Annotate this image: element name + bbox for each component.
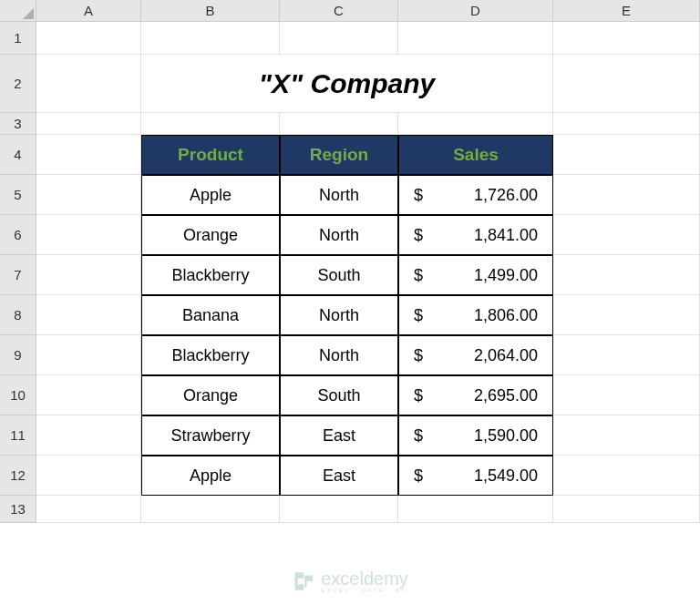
cell-e6[interactable] [553,215,700,255]
cell-product-3[interactable]: Banana [141,295,280,335]
watermark-text: exceldemy EXCEL · DATA · BI [321,569,408,593]
cell-c3[interactable] [280,113,398,135]
cell-e2[interactable] [553,55,700,113]
cell-e7[interactable] [553,255,700,295]
cell-region-6[interactable]: East [280,415,398,456]
cell-product-0[interactable]: Apple [141,175,280,215]
cell-d13[interactable] [398,496,553,523]
cell-region-3[interactable]: North [280,295,398,335]
cell-e10[interactable] [553,375,700,415]
cell-c13[interactable] [280,496,398,523]
watermark-main: exceldemy [321,569,408,588]
cell-b3[interactable] [141,113,280,135]
row-header-4[interactable]: 4 [0,135,36,175]
cell-sales-2[interactable]: $1,499.00 [398,255,553,295]
currency-symbol: $ [410,186,423,205]
cell-a4[interactable] [36,135,141,175]
cell-a1[interactable] [36,22,141,55]
spreadsheet-grid: A B C D E 1 2 "X" Company 3 4 Product Re… [0,0,700,523]
cell-a5[interactable] [36,175,141,215]
cell-a11[interactable] [36,415,141,456]
col-header-c[interactable]: C [280,0,398,22]
cell-d3[interactable] [398,113,553,135]
cell-product-1[interactable]: Orange [141,215,280,255]
sales-value: 1,726.00 [474,186,541,205]
sales-value: 2,695.00 [474,386,541,405]
cell-b1[interactable] [141,22,280,55]
cell-product-2[interactable]: Blackberry [141,255,280,295]
cell-region-2[interactable]: South [280,255,398,295]
currency-symbol: $ [410,426,423,446]
title-cell[interactable]: "X" Company [141,55,553,113]
cell-region-5[interactable]: South [280,375,398,415]
cell-b13[interactable] [141,496,280,523]
cell-sales-5[interactable]: $2,695.00 [398,375,553,415]
currency-symbol: $ [410,306,423,325]
row-header-6[interactable]: 6 [0,215,36,255]
sales-value: 1,806.00 [474,306,541,325]
row-header-8[interactable]: 8 [0,295,36,335]
cell-region-4[interactable]: North [280,335,398,375]
cell-e1[interactable] [553,22,700,55]
cell-a3[interactable] [36,113,141,135]
currency-symbol: $ [410,466,423,486]
cell-a13[interactable] [36,496,141,523]
col-header-a[interactable]: A [36,0,141,22]
cell-e8[interactable] [553,295,700,335]
cell-a10[interactable] [36,375,141,415]
cell-e11[interactable] [553,415,700,456]
header-product[interactable]: Product [141,135,280,175]
cell-product-5[interactable]: Orange [141,375,280,415]
row-header-9[interactable]: 9 [0,335,36,375]
cell-sales-4[interactable]: $2,064.00 [398,335,553,375]
header-region[interactable]: Region [280,135,398,175]
sales-value: 1,590.00 [474,426,541,446]
sales-value: 2,064.00 [474,346,541,365]
cell-a8[interactable] [36,295,141,335]
sales-value: 1,499.00 [474,266,541,285]
cell-e9[interactable] [553,335,700,375]
cell-a12[interactable] [36,456,141,496]
select-all-corner[interactable] [0,0,36,22]
cell-sales-1[interactable]: $1,841.00 [398,215,553,255]
cell-a9[interactable] [36,335,141,375]
exceldemy-icon [292,569,315,593]
watermark: exceldemy EXCEL · DATA · BI [292,569,408,593]
cell-product-7[interactable]: Apple [141,456,280,496]
cell-a2[interactable] [36,55,141,113]
cell-product-4[interactable]: Blackberry [141,335,280,375]
row-header-13[interactable]: 13 [0,496,36,523]
currency-symbol: $ [410,386,423,405]
cell-sales-7[interactable]: $1,549.00 [398,456,553,496]
row-header-7[interactable]: 7 [0,255,36,295]
cell-sales-6[interactable]: $1,590.00 [398,415,553,456]
cell-e12[interactable] [553,456,700,496]
watermark-sub: EXCEL · DATA · BI [321,588,408,593]
cell-product-6[interactable]: Strawberry [141,415,280,456]
cell-sales-0[interactable]: $1,726.00 [398,175,553,215]
col-header-d[interactable]: D [398,0,553,22]
cell-sales-3[interactable]: $1,806.00 [398,295,553,335]
row-header-11[interactable]: 11 [0,415,36,456]
cell-d1[interactable] [398,22,553,55]
row-header-1[interactable]: 1 [0,22,36,55]
cell-region-7[interactable]: East [280,456,398,496]
cell-e3[interactable] [553,113,700,135]
row-header-10[interactable]: 10 [0,375,36,415]
cell-e5[interactable] [553,175,700,215]
cell-e4[interactable] [553,135,700,175]
row-header-2[interactable]: 2 [0,55,36,113]
cell-a6[interactable] [36,215,141,255]
cell-a7[interactable] [36,255,141,295]
cell-region-0[interactable]: North [280,175,398,215]
row-header-5[interactable]: 5 [0,175,36,215]
header-sales[interactable]: Sales [398,135,553,175]
row-header-12[interactable]: 12 [0,456,36,496]
row-header-3[interactable]: 3 [0,113,36,135]
cell-e13[interactable] [553,496,700,523]
cell-c1[interactable] [280,22,398,55]
col-header-e[interactable]: E [553,0,700,22]
cell-region-1[interactable]: North [280,215,398,255]
col-header-b[interactable]: B [141,0,280,22]
currency-symbol: $ [410,346,423,365]
